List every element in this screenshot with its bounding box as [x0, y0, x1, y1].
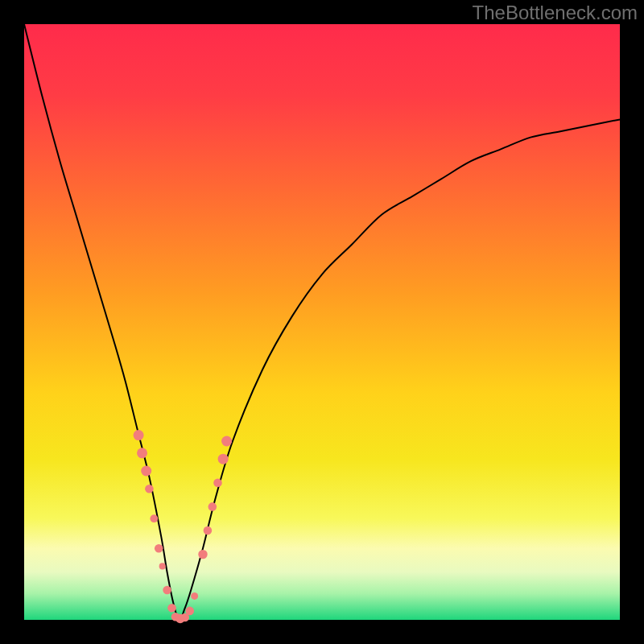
- watermark-text: TheBottleneck.com: [473, 2, 638, 24]
- chart-svg: [24, 24, 620, 620]
- data-point: [221, 436, 232, 446]
- data-point: [208, 502, 217, 511]
- bottleneck-curve: [24, 24, 620, 620]
- plot-area: [24, 24, 620, 620]
- chart-stage: TheBottleneck.com: [0, 0, 644, 644]
- data-point: [150, 514, 158, 522]
- data-point: [191, 592, 198, 600]
- data-point: [145, 485, 154, 493]
- data-point: [167, 604, 176, 613]
- data-point: [141, 465, 151, 476]
- data-point: [213, 479, 222, 488]
- data-point: [137, 448, 147, 458]
- data-point: [185, 607, 194, 616]
- data-point: [155, 544, 163, 553]
- data-point: [218, 454, 229, 464]
- data-points-group: [134, 430, 233, 623]
- data-point: [163, 586, 171, 595]
- data-point: [204, 526, 213, 535]
- data-point: [198, 550, 207, 559]
- data-point: [159, 563, 166, 569]
- data-point: [134, 430, 144, 440]
